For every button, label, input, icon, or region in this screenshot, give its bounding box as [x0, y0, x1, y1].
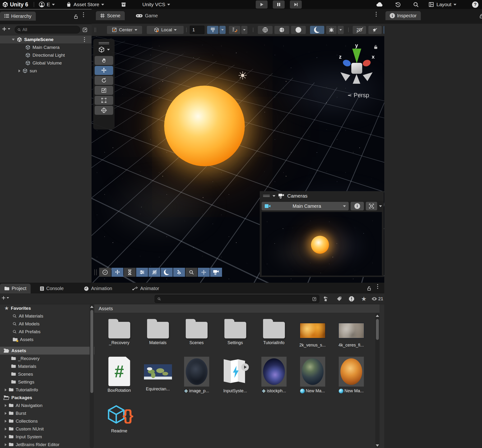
play-button[interactable]: [256, 0, 268, 8]
asset-item[interactable]: InputSyste...: [216, 357, 255, 393]
compass-button[interactable]: [99, 268, 111, 277]
audio-mute-toggle[interactable]: [368, 26, 382, 34]
tree-package[interactable]: JetBrains Rider Editor: [0, 441, 94, 448]
rect-tool-button[interactable]: [95, 96, 113, 105]
expand-arrow-icon[interactable]: [5, 420, 7, 423]
asset-item[interactable]: ❖istockph...: [255, 357, 293, 393]
expand-arrow-icon[interactable]: [5, 412, 7, 415]
asset-store-menu[interactable]: Asset Store: [66, 0, 104, 9]
gizmo-cone[interactable]: [353, 74, 360, 84]
create-asset-button[interactable]: [1, 296, 9, 300]
open-in-window-icon[interactable]: [82, 27, 88, 33]
search-overlay-button[interactable]: [185, 268, 197, 277]
open-in-window-icon[interactable]: [312, 296, 317, 302]
favorite-all-prefabs[interactable]: All Prefabs: [0, 328, 94, 336]
favorite-all-materials[interactable]: All Materials: [0, 312, 94, 320]
tree-folder[interactable]: Settings: [0, 378, 94, 386]
tool-settings-dropdown[interactable]: [93, 46, 115, 53]
scene-viewport[interactable]: y z x Persp Cameras: [92, 36, 384, 283]
transform-tool-button[interactable]: [95, 106, 113, 115]
breadcrumb[interactable]: Assets: [94, 304, 379, 313]
expand-arrow-icon[interactable]: [5, 435, 7, 438]
expand-arrow-icon[interactable]: [5, 428, 7, 431]
handle[interactable]: [94, 269, 95, 275]
scale-tool-button[interactable]: [95, 86, 113, 95]
y-axis-cone[interactable]: [352, 49, 361, 63]
project-search-input[interactable]: [162, 296, 311, 301]
gizmo-lock-icon[interactable]: [373, 44, 378, 49]
favorites-filter-button[interactable]: ★: [359, 295, 369, 303]
expand-arrow-icon[interactable]: [5, 443, 7, 446]
asset-item[interactable]: Equirectan...: [138, 357, 177, 392]
asset-item[interactable]: TutorialInfo: [255, 316, 293, 345]
perspective-toggle[interactable]: Persp: [346, 92, 369, 99]
create-object-button[interactable]: [2, 27, 10, 31]
scene-kebab[interactable]: [84, 39, 85, 40]
tree-packages-root[interactable]: Packages: [0, 394, 94, 401]
asset-item[interactable]: Settings: [216, 316, 255, 345]
shaded-wire-button[interactable]: [274, 26, 289, 34]
z-axis-blob[interactable]: [342, 59, 352, 68]
tab-console[interactable]: Console: [36, 284, 68, 293]
debug-caret[interactable]: [337, 26, 344, 34]
history-tool-button[interactable]: [124, 268, 136, 277]
history-button[interactable]: [395, 0, 401, 9]
center-view-button[interactable]: [198, 268, 210, 277]
tree-folder[interactable]: Materials: [0, 362, 94, 370]
expand-arrow-icon[interactable]: [5, 388, 7, 391]
tree-folder[interactable]: Scenes: [0, 370, 94, 378]
grid-options-caret[interactable]: [219, 26, 226, 34]
unlock-icon[interactable]: [73, 14, 79, 19]
grid-size-input[interactable]: [190, 26, 204, 34]
handle[interactable]: [96, 269, 97, 275]
hierarchy-search-input[interactable]: [23, 27, 78, 32]
asset-item[interactable]: _Recovery: [100, 316, 138, 345]
light-gizmo-icon[interactable]: [238, 71, 247, 80]
tree-scrollbar[interactable]: [90, 304, 94, 448]
overlay-drag-handle[interactable]: [263, 195, 270, 195]
favorite-all-models[interactable]: All Models: [0, 320, 94, 328]
view-tool-button[interactable]: [95, 56, 113, 65]
layout-dropdown[interactable]: Layout: [428, 0, 456, 9]
tree-folder[interactable]: _Recovery: [0, 355, 94, 362]
hierarchy-row-sun[interactable]: sun: [0, 67, 92, 75]
asset-item[interactable]: ❖image_p...: [177, 357, 216, 393]
asset-item[interactable]: # BoxRotation: [100, 357, 138, 393]
move-tool-button[interactable]: [95, 66, 113, 75]
particles-overlay-button[interactable]: [173, 268, 185, 277]
tree-assets-root[interactable]: Assets: [0, 347, 94, 355]
sun-object[interactable]: [164, 86, 245, 166]
tab-scene[interactable]: Scene: [96, 11, 125, 20]
grid-snap-overlay-button[interactable]: [148, 268, 160, 277]
cameras-header[interactable]: Cameras: [260, 191, 384, 201]
tree-folder-expandable[interactable]: TutorialInfo: [0, 386, 94, 394]
expand-arrow-icon[interactable]: [18, 70, 20, 72]
asset-item[interactable]: New Ma...: [293, 357, 332, 393]
expand-arrow-icon[interactable]: [5, 404, 7, 407]
shading-mode-button[interactable]: [257, 26, 273, 34]
gizmo-cone[interactable]: [363, 69, 375, 81]
rotate-tool-button[interactable]: [95, 76, 113, 85]
scroll-down-arrow[interactable]: [376, 444, 379, 447]
inspector-lock-icon[interactable]: [479, 13, 482, 19]
asset-item[interactable]: 4k_ceres_fi...: [332, 316, 370, 348]
grid-scrollbar[interactable]: [375, 313, 379, 448]
orientation-dropdown[interactable]: Local: [147, 26, 184, 34]
project-menu-kebab[interactable]: [377, 286, 378, 287]
help-button[interactable]: ?: [472, 0, 478, 9]
project-search[interactable]: [155, 295, 319, 303]
scene-menu-kebab[interactable]: [376, 14, 377, 15]
snap-toggle[interactable]: [229, 26, 241, 34]
search-button[interactable]: [413, 0, 419, 9]
asset-item[interactable]: New Ma...: [332, 357, 370, 393]
cloud-button[interactable]: [376, 0, 384, 9]
search-by-label-button[interactable]: [334, 295, 345, 303]
asset-item[interactable]: Materials: [138, 316, 177, 345]
overlay-drag-handle[interactable]: [99, 42, 109, 43]
tab-animator[interactable]: Animator: [128, 284, 163, 293]
asset-item[interactable]: {} Readme: [100, 399, 138, 433]
scroll-up-arrow[interactable]: [90, 306, 93, 308]
project-lock-icon[interactable]: [366, 286, 372, 291]
favorite-assets[interactable]: ★ Assets: [0, 336, 94, 344]
settings-sliders-button[interactable]: [136, 268, 148, 277]
